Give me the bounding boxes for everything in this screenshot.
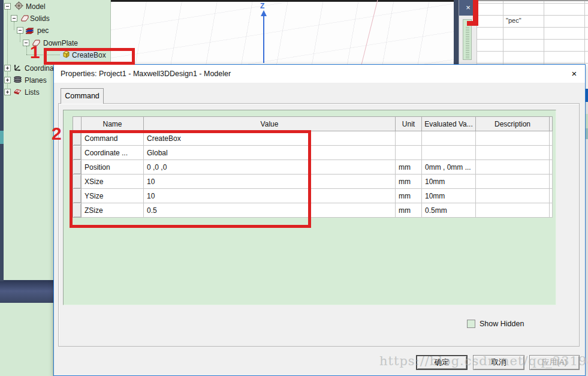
tree-connector	[14, 22, 14, 30]
cell-evaluated: 10mm	[422, 189, 476, 203]
annotation-step-1: 1	[30, 42, 40, 62]
row-strip	[550, 203, 553, 218]
solids-icon	[20, 13, 29, 22]
cell-evaluated	[422, 146, 476, 160]
lists-icon	[13, 87, 22, 96]
cell-description	[476, 146, 550, 160]
cell-evaluated: 0mm , 0mm ...	[422, 160, 476, 175]
tree-item-planes[interactable]: Planes	[25, 76, 47, 85]
grid-line	[584, 1, 585, 65]
dialog-title: Properties: Project1 - Maxwell3DDesign1 …	[61, 70, 231, 78]
window-edge	[586, 102, 588, 114]
row-strip	[550, 189, 553, 203]
close-icon[interactable]: ×	[567, 67, 581, 80]
cell-description	[476, 160, 550, 175]
dock-separator-strip	[454, 0, 459, 64]
z-axis-label: Z	[260, 2, 264, 10]
expand-plus-icon[interactable]	[4, 65, 11, 71]
window-edge	[586, 64, 588, 89]
expand-minus-icon[interactable]	[23, 40, 29, 46]
cell-description	[476, 189, 550, 203]
cancel-button[interactable]: 取消	[473, 355, 524, 370]
cell-unit	[396, 131, 422, 146]
pec-material-icon	[25, 25, 34, 34]
expand-plus-icon[interactable]	[4, 89, 11, 95]
annotation-rect-table	[70, 130, 311, 228]
cell-description	[476, 175, 550, 189]
show-hidden-checkbox[interactable]	[467, 320, 475, 328]
window-edge	[586, 128, 588, 139]
cell-unit: mm	[396, 189, 422, 203]
table-header-row: Name Value Unit Evaluated Va... Descript…	[73, 117, 553, 131]
cell-evaluated	[422, 131, 476, 146]
cell-unit	[396, 146, 422, 160]
cell-evaluated: 10mm	[422, 175, 476, 189]
tree-connector	[20, 34, 20, 42]
row-strip	[550, 175, 553, 189]
dialog-titlebar[interactable]: Properties: Project1 - Maxwell3DDesign1 …	[54, 65, 585, 83]
cell-description	[476, 203, 550, 218]
row-strip	[550, 131, 553, 146]
coordinate-icon	[13, 63, 22, 72]
modeler-3d-viewport[interactable]: Z	[111, 0, 454, 64]
expand-minus-icon[interactable]	[11, 15, 17, 22]
col-header-evaluated[interactable]: Evaluated Va...	[422, 117, 476, 131]
bottom-left-panel	[0, 303, 53, 376]
corner-cell	[73, 117, 82, 131]
expand-plus-icon[interactable]	[4, 77, 11, 83]
tree-item-model[interactable]: Model	[26, 2, 46, 11]
grid-line	[503, 1, 503, 65]
tree-item-downplate[interactable]: DownPlate	[43, 39, 78, 47]
planes-icon	[13, 75, 22, 84]
tab-command[interactable]: Command	[61, 88, 104, 104]
bottom-dock-band	[0, 281, 53, 303]
grid-line	[544, 1, 544, 65]
window-edge	[586, 89, 588, 102]
window-edge	[586, 114, 588, 128]
col-header-unit[interactable]: Unit	[396, 117, 422, 131]
window-edge	[586, 139, 588, 376]
annotation-bar-foot	[467, 21, 474, 26]
tree-item-lists[interactable]: Lists	[25, 88, 40, 97]
row-strip	[550, 160, 553, 175]
row-strip	[550, 146, 553, 160]
tree-connector	[26, 46, 27, 55]
header-strip	[550, 117, 553, 131]
grid-cell-pec[interactable]: "pec"	[506, 17, 521, 24]
cell-evaluated: 0.5mm	[422, 203, 476, 218]
col-header-description[interactable]: Description	[476, 117, 550, 131]
cell-unit: mm	[396, 175, 422, 189]
apply-button: 应用(A)	[529, 355, 580, 370]
z-axis-line	[263, 15, 264, 63]
tree-item-pec[interactable]: pec	[37, 26, 49, 35]
cell-unit: mm	[396, 160, 422, 175]
annotation-rect-createbox	[44, 48, 135, 65]
cell-unit: mm	[396, 203, 422, 218]
show-hidden-label: Show Hidden	[480, 320, 524, 328]
expand-minus-icon[interactable]	[17, 27, 23, 34]
tree-item-solids[interactable]: Solids	[30, 14, 50, 23]
material-grid-panel: "pec"	[477, 0, 588, 64]
annotation-step-2: 2	[52, 124, 62, 144]
z-axis-arrowhead	[261, 10, 267, 16]
col-header-value[interactable]: Value	[144, 117, 396, 131]
model-icon	[14, 1, 23, 10]
cell-description	[476, 131, 550, 146]
col-header-name[interactable]: Name	[82, 117, 144, 131]
expand-minus-icon[interactable]	[4, 3, 11, 10]
ok-button[interactable]: 确定	[416, 355, 468, 370]
